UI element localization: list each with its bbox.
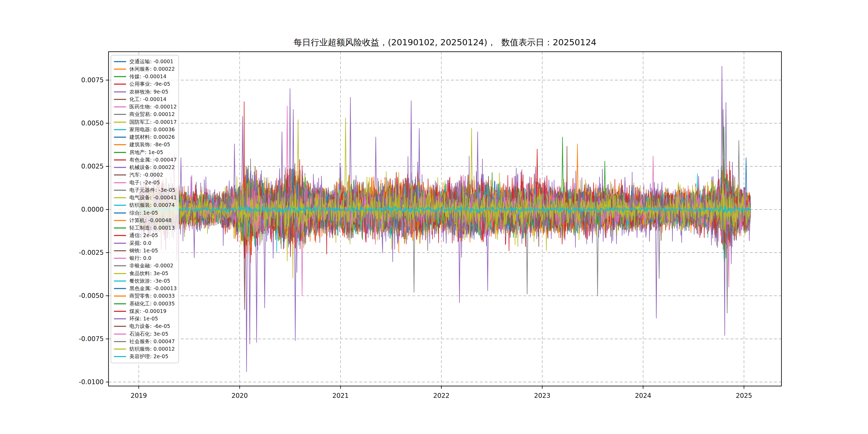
figure: 每日行业超额风险收益，(20190102, 20250124)， 数值表示日：2… [0, 0, 868, 434]
legend-item: 电子: -2e-05 [114, 179, 176, 186]
legend-swatch [114, 334, 126, 335]
legend-swatch [114, 61, 126, 62]
legend-item: 房地产: 1e-05 [114, 149, 176, 156]
legend-swatch [114, 205, 126, 206]
legend-item: 计算机: -0.00048 [114, 217, 176, 224]
legend-item: 黑色金属: -0.00013 [114, 285, 176, 292]
legend-item: 国防军工: -0.00017 [114, 118, 176, 126]
y-tick-label: 0.0025 [81, 163, 104, 170]
y-tick-label: 0.0075 [81, 76, 104, 84]
legend-swatch [114, 190, 126, 191]
legend-swatch [114, 280, 126, 282]
legend: 交通运输: -0.0001休闲服务: 0.00022传媒: -0.00014公用… [111, 55, 179, 363]
legend-item: 纺织服饰: 0.00012 [114, 346, 176, 353]
x-tick-label: 2020 [231, 392, 248, 399]
legend-swatch [114, 250, 126, 251]
legend-label: 农林牧渔: 9e-05 [129, 88, 168, 95]
legend-item: 食品饮料: 3e-05 [114, 270, 176, 277]
legend-item: 通信: 2e-05 [114, 232, 176, 239]
legend-label: 煤炭: -0.00019 [129, 308, 166, 315]
legend-item: 家用电器: 0.00036 [114, 126, 176, 133]
legend-item: 公用事业: -9e-05 [114, 81, 176, 88]
legend-swatch [114, 235, 126, 236]
legend-label: 公用事业: -9e-05 [129, 81, 170, 88]
legend-label: 医药生物: -0.00012 [129, 103, 177, 111]
legend-label: 电子元器件: -3e-05 [129, 187, 176, 194]
legend-label: 交通运输: -0.0001 [129, 58, 173, 65]
legend-swatch [114, 227, 126, 228]
legend-swatch [114, 273, 126, 274]
legend-swatch [114, 84, 126, 85]
legend-item: 钢铁: 1e-05 [114, 247, 176, 254]
legend-label: 美容护理: 2e-05 [129, 353, 168, 360]
legend-label: 建筑材料: 0.00026 [129, 134, 175, 141]
y-tick-label: 0.0000 [81, 206, 104, 213]
legend-label: 轻工制造: 0.00013 [129, 224, 175, 231]
legend-label: 机械设备: 0.00022 [129, 164, 175, 171]
legend-swatch [114, 258, 126, 259]
legend-label: 家用电器: 0.00036 [129, 126, 175, 133]
legend-label: 采掘: 0.0 [129, 240, 151, 247]
legend-item: 环保: 1e-05 [114, 315, 176, 322]
legend-item: 农林牧渔: 9e-05 [114, 88, 176, 95]
legend-item: 建筑材料: 0.00026 [114, 134, 176, 141]
y-tick-label: -0.0050 [79, 292, 104, 300]
x-tick-label: 2021 [332, 392, 348, 399]
legend-label: 商业贸易: 0.00012 [129, 111, 175, 118]
legend-item: 建筑装饰: -8e-05 [114, 141, 176, 148]
legend-swatch [114, 326, 126, 327]
legend-swatch [114, 265, 126, 266]
legend-label: 纺织服饰: 0.00012 [129, 346, 175, 352]
legend-item: 有色金属: -0.00047 [114, 156, 176, 163]
legend-label: 社会服务: 0.00047 [129, 338, 175, 345]
legend-item: 基础化工: 0.00035 [114, 300, 176, 307]
ticks [106, 80, 744, 389]
legend-swatch [114, 122, 126, 123]
x-tick-label: 2024 [635, 392, 651, 399]
legend-item: 餐饮旅游: -3e-05 [114, 277, 176, 284]
legend-item: 机械设备: 0.00022 [114, 164, 176, 171]
legend-label: 休闲服务: 0.00022 [129, 66, 175, 72]
legend-label: 餐饮旅游: -3e-05 [129, 278, 170, 284]
legend-item: 化工: -0.00014 [114, 96, 176, 103]
legend-swatch [114, 144, 126, 145]
legend-label: 通信: 2e-05 [129, 232, 158, 239]
legend-label: 电子: -2e-05 [129, 179, 160, 186]
legend-label: 建筑装饰: -8e-05 [129, 141, 170, 148]
legend-item: 商贸零售: 0.00033 [114, 292, 176, 300]
legend-item: 汽车: -0.0002 [114, 172, 176, 179]
legend-swatch [114, 341, 126, 342]
legend-swatch [114, 296, 126, 297]
legend-item: 美容护理: 2e-05 [114, 353, 176, 360]
legend-swatch [114, 114, 126, 115]
legend-item: 商业贸易: 0.00012 [114, 111, 176, 118]
legend-swatch [114, 175, 126, 176]
legend-item: 社会服务: 0.00047 [114, 338, 176, 345]
legend-label: 国防军工: -0.00017 [129, 119, 177, 126]
y-tick-label: -0.0100 [79, 378, 104, 386]
y-tick-label: 0.0050 [81, 120, 104, 127]
legend-label: 环保: 1e-05 [129, 315, 158, 322]
legend-swatch [114, 76, 126, 77]
legend-swatch [114, 197, 126, 198]
legend-item: 非银金融: -0.0002 [114, 262, 176, 270]
legend-item: 纺织服装: 0.00074 [114, 202, 176, 209]
legend-item: 综合: 1e-05 [114, 209, 176, 216]
legend-label: 基础化工: 0.00035 [129, 300, 175, 307]
legend-swatch [114, 182, 126, 183]
legend-label: 化工: -0.00014 [129, 96, 166, 103]
legend-item: 医药生物: -0.00012 [114, 103, 176, 111]
legend-item: 电力设备: -6e-05 [114, 323, 176, 330]
legend-swatch [114, 106, 126, 107]
legend-item: 交通运输: -0.0001 [114, 58, 176, 65]
legend-label: 黑色金属: -0.00013 [129, 285, 177, 292]
legend-swatch [114, 288, 126, 289]
x-tick-label: 2022 [433, 392, 450, 399]
legend-swatch [114, 356, 126, 357]
legend-item: 电气设备: -0.00041 [114, 194, 176, 202]
legend-label: 非银金融: -0.0002 [129, 262, 173, 269]
legend-item: 休闲服务: 0.00022 [114, 65, 176, 72]
legend-swatch [114, 69, 126, 70]
legend-item: 电子元器件: -3e-05 [114, 186, 176, 194]
legend-label: 计算机: -0.00048 [129, 217, 172, 224]
